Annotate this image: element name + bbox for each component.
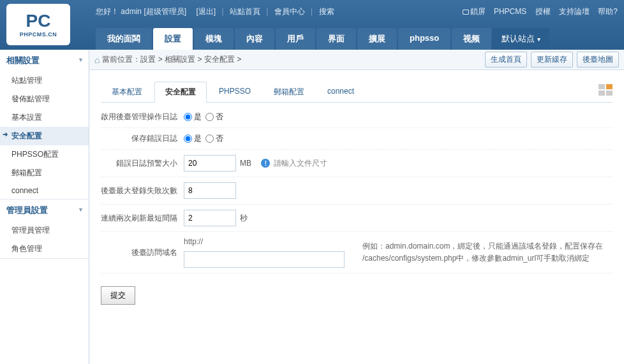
logo-main: PC (26, 12, 51, 30)
forum-link[interactable]: 支持論壇 (559, 7, 590, 16)
username-link[interactable]: admin (121, 7, 142, 16)
field-save-err: 是 否 (184, 133, 356, 144)
enable-log-yes-radio[interactable] (184, 113, 192, 121)
err-size-unit: MB (240, 159, 251, 168)
nav-tab-5[interactable]: 界面 (316, 28, 356, 50)
domain-help: 例如：admin.domain.com，綁定後，只能通過該域名登錄，配置保存在 … (356, 240, 613, 265)
refresh-unit: 秒 (240, 213, 248, 224)
save-err-no-radio[interactable] (205, 135, 214, 143)
content-tabs: 基本配置安全配置PHPSSO郵箱配置connect (101, 82, 613, 103)
app-header: PC PHPCMS.CN 您好！ admin [超级管理员] [退出] | 站點… (0, 0, 624, 50)
info-icon: ! (261, 159, 270, 168)
save-err-yes[interactable]: 是 (184, 133, 202, 144)
content-tab-4[interactable]: connect (316, 82, 365, 102)
domain-input[interactable] (184, 251, 345, 268)
label-err-size: 錯誤日誌預警大小 (101, 158, 184, 169)
breadcrumb-bar: ⌂ 當前位置：設置 > 相關設置 > 安全配置 > 生成首頁更新緩存後臺地圖 (89, 50, 624, 70)
row-err-size: 錯誤日誌預警大小 MB ! 請輸入文件尺寸 (101, 150, 613, 177)
enable-log-no-radio[interactable] (205, 113, 214, 121)
greeting: 您好！ (96, 7, 119, 16)
row-refresh: 連續兩次刷新最短間隔 秒 (101, 205, 613, 232)
help-link[interactable]: 帮助? (598, 7, 618, 16)
content-tab-0[interactable]: 基本配置 (101, 82, 153, 102)
top-links: 您好！ admin [超级管理员] [退出] | 站點首頁 | 會員中心 | 搜… (96, 6, 334, 17)
nav-tab-4[interactable]: 用戶 (276, 28, 315, 50)
content: 基本配置安全配置PHPSSO郵箱配置connect 啟用後臺管理操作日誌 是 否… (89, 70, 624, 364)
grid-view-icon[interactable] (598, 84, 613, 96)
crumb-action-0[interactable]: 生成首頁 (485, 52, 527, 68)
row-domain: 後臺訪問域名 http:// 例如：admin.domain.com，綁定後，只… (101, 232, 613, 273)
domain-prefix: http:// (184, 237, 203, 246)
enable-log-no[interactable]: 否 (205, 112, 223, 122)
logo[interactable]: PC PHPCMS.CN (6, 4, 70, 45)
settings-form: 啟用後臺管理操作日誌 是 否 保存錯誤日誌 是 否 錯誤日誌預警大小 MB ! … (101, 103, 613, 305)
err-size-input[interactable] (184, 155, 236, 171)
field-domain: http:// (184, 237, 356, 268)
field-refresh: 秒 (184, 210, 356, 226)
content-tab-1[interactable]: 安全配置 (154, 82, 207, 103)
chevron-down-icon: ▾ (79, 56, 82, 63)
field-max-fail (184, 182, 356, 199)
sidebar-group-1[interactable]: 管理員設置▾ (0, 200, 89, 221)
nav-tab-1[interactable]: 設置 (153, 28, 193, 50)
sidebar-item-0-4[interactable]: PHPSSO配置 (0, 145, 89, 164)
sidebar-item-0-3[interactable]: 安全配置 (0, 127, 89, 145)
crumb-action-2[interactable]: 後臺地圖 (577, 52, 619, 68)
submit-wrap: 提交 (101, 286, 613, 305)
chevron-down-icon: ▾ (537, 36, 540, 43)
license-link[interactable]: 授權 (535, 7, 551, 16)
nav-tab-0[interactable]: 我的面闆 (96, 28, 152, 50)
sidebar-item-0-0[interactable]: 站點管理 (0, 71, 89, 90)
sidebar-group-0[interactable]: 相關設置▾ (0, 50, 89, 71)
label-save-err: 保存錯誤日誌 (101, 133, 184, 144)
content-tab-2[interactable]: PHPSSO (208, 82, 262, 102)
row-save-err: 保存錯誤日誌 是 否 (101, 128, 613, 150)
sidebar: 相關設置▾站點管理發佈點管理基本設置安全配置PHPSSO配置郵箱配置connec… (0, 50, 89, 364)
label-enable-log: 啟用後臺管理操作日誌 (101, 112, 184, 122)
nav-tab-7[interactable]: phpsso (398, 28, 450, 50)
sidebar-item-0-5[interactable]: 郵箱配置 (0, 164, 89, 182)
max-fail-input[interactable] (184, 182, 236, 199)
sidebar-item-0-1[interactable]: 發佈點管理 (0, 90, 89, 108)
submit-button[interactable]: 提交 (101, 286, 135, 305)
nav-tab-6[interactable]: 擴展 (357, 28, 397, 50)
lock-icon (463, 10, 469, 15)
enable-log-yes[interactable]: 是 (184, 112, 202, 122)
logout-link[interactable]: [退出] (196, 7, 216, 16)
search-link[interactable]: 搜索 (319, 7, 334, 16)
nav-tab-2[interactable]: 模塊 (194, 28, 234, 50)
save-err-no[interactable]: 否 (205, 133, 223, 144)
nav-tab-8[interactable]: 视频 (452, 28, 491, 50)
content-tab-3[interactable]: 郵箱配置 (263, 82, 315, 102)
nav-tab-3[interactable]: 內容 (235, 28, 274, 50)
row-max-fail: 後臺最大登錄失敗次數 (101, 177, 613, 205)
phpcms-link[interactable]: PHPCMS (494, 7, 526, 16)
crumb-action-1[interactable]: 更新緩存 (531, 52, 573, 68)
home-icon: ⌂ (94, 55, 100, 65)
row-enable-log: 啟用後臺管理操作日誌 是 否 (101, 106, 613, 128)
label-refresh: 連續兩次刷新最短間隔 (101, 213, 184, 224)
err-size-hint: 請輸入文件尺寸 (274, 158, 327, 169)
label-domain: 後臺訪問域名 (101, 247, 184, 258)
save-err-yes-radio[interactable] (184, 135, 192, 143)
breadcrumb: 當前位置：設置 > 相關設置 > 安全配置 > (102, 54, 241, 65)
field-err-size: MB ! 請輸入文件尺寸 (184, 155, 356, 171)
breadcrumb-actions: 生成首頁更新緩存後臺地圖 (485, 52, 619, 68)
main-nav: 我的面闆設置模塊內容用戶界面擴展phpsso视频默认站点▾ (96, 28, 549, 50)
chevron-down-icon: ▾ (79, 206, 82, 213)
sidebar-item-1-1[interactable]: 角色管理 (0, 240, 89, 258)
lock-link[interactable]: 鎖屏 (463, 7, 486, 16)
top-right: 鎖屏 PHPCMS 授權 支持論壇 帮助? (456, 6, 618, 17)
site-selector[interactable]: 默认站点▾ (493, 28, 549, 50)
logo-sub: PHPCMS.CN (20, 31, 57, 38)
sidebar-item-1-0[interactable]: 管理員管理 (0, 221, 89, 240)
site-home-link[interactable]: 站點首頁 (230, 7, 260, 16)
field-enable-log: 是 否 (184, 112, 356, 122)
sidebar-item-0-2[interactable]: 基本設置 (0, 108, 89, 127)
member-center-link[interactable]: 會員中心 (274, 7, 305, 16)
sidebar-item-0-6[interactable]: connect (0, 182, 89, 199)
refresh-input[interactable] (184, 210, 236, 226)
label-max-fail: 後臺最大登錄失敗次數 (101, 186, 184, 196)
user-role: [超级管理员] (144, 7, 186, 16)
